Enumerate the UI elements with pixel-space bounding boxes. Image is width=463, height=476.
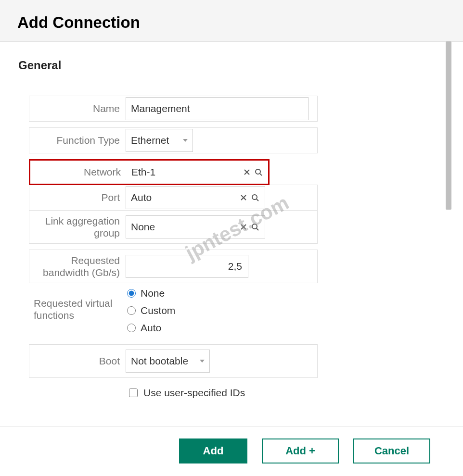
name-input[interactable] [126, 97, 309, 120]
search-icon[interactable] [249, 221, 261, 233]
function-type-select[interactable]: Ethernet [126, 129, 193, 152]
boot-select[interactable]: Not bootable [126, 350, 210, 373]
control-vf: None Custom Auto [125, 283, 318, 338]
bandwidth-input[interactable] [126, 255, 248, 278]
vf-radio-auto[interactable]: Auto [127, 322, 175, 334]
label-bandwidth: Requested bandwidth (Gb/s) [29, 250, 126, 283]
row-name: Name [29, 96, 318, 122]
spacer [29, 243, 318, 250]
label-port: Port [29, 185, 126, 210]
svg-point-6 [252, 195, 257, 200]
add-plus-button[interactable]: Add + [262, 438, 339, 463]
row-lag: Link aggregation group None [29, 210, 318, 244]
content-area: General Name Function Type Ethernet Netw… [0, 42, 463, 399]
spacer [29, 121, 318, 128]
vf-radio-group: None Custom Auto [125, 283, 175, 338]
lag-value: None [131, 221, 238, 233]
row-bandwidth: Requested bandwidth (Gb/s) [29, 250, 318, 283]
vf-radio-custom-label: Custom [141, 305, 175, 316]
clear-icon[interactable] [238, 192, 249, 203]
row-boot: Boot Not bootable [29, 344, 318, 378]
clear-icon[interactable] [241, 166, 253, 178]
vf-radio-custom-input[interactable] [127, 306, 136, 315]
row-network: Network Eth-1 [29, 159, 270, 185]
port-value: Auto [131, 192, 238, 203]
clear-icon[interactable] [238, 221, 249, 233]
vf-radio-none[interactable]: None [127, 288, 175, 299]
vf-radio-auto-label: Auto [141, 322, 161, 334]
label-lag: Link aggregation group [29, 211, 126, 243]
network-value: Eth-1 [131, 166, 241, 178]
svg-line-11 [257, 228, 258, 230]
label-bandwidth-line2: bandwidth (Gb/s) [43, 266, 120, 278]
label-vf: Requested virtual functions [29, 283, 125, 321]
label-name: Name [29, 96, 126, 121]
label-vf-line2: functions [34, 309, 74, 321]
port-lookup[interactable]: Auto [126, 186, 265, 209]
vf-radio-custom[interactable]: Custom [127, 305, 175, 316]
vf-radio-none-input[interactable] [127, 289, 136, 298]
label-bandwidth-line1: Requested [71, 254, 120, 266]
control-network: Eth-1 [127, 161, 268, 184]
boot-value: Not bootable [131, 355, 188, 367]
chevron-down-icon [200, 360, 205, 363]
chevron-down-icon [183, 139, 188, 142]
label-boot: Boot [29, 345, 126, 377]
row-function-type: Function Type Ethernet [29, 127, 318, 153]
lag-lookup[interactable]: None [126, 215, 265, 238]
dialog-title: Add Connection [17, 13, 446, 32]
scrollbar[interactable] [446, 41, 451, 210]
control-port: Auto [126, 185, 317, 210]
control-function-type: Ethernet [126, 128, 317, 153]
use-ids-label: Use user-specified IDs [143, 387, 245, 399]
label-vf-line1: Requested virtual [34, 297, 112, 309]
dialog-header: Add Connection [0, 0, 463, 42]
svg-line-7 [257, 199, 258, 201]
network-lookup[interactable]: Eth-1 [127, 162, 268, 183]
footer-divider [0, 426, 463, 426]
vf-radio-none-label: None [141, 288, 165, 299]
control-bandwidth [126, 250, 317, 283]
add-button[interactable]: Add [179, 438, 247, 463]
section-title: General [0, 44, 463, 81]
svg-line-3 [260, 174, 262, 175]
label-function-type: Function Type [29, 128, 126, 153]
vf-radio-auto-input[interactable] [127, 324, 136, 332]
cancel-button[interactable]: Cancel [353, 438, 430, 463]
row-vf: Requested virtual functions None Custom [29, 283, 318, 338]
form-area: Name Function Type Ethernet Network Eth-… [0, 81, 463, 399]
label-network: Network [30, 161, 127, 184]
row-port: Port Auto [29, 185, 318, 211]
svg-point-2 [256, 169, 260, 174]
search-icon[interactable] [249, 192, 261, 203]
footer: Add Add + Cancel [179, 438, 430, 463]
use-ids-checkbox-row[interactable]: Use user-specified IDs [129, 387, 463, 399]
search-icon[interactable] [253, 166, 264, 178]
control-lag: None [126, 211, 317, 243]
function-type-value: Ethernet [131, 135, 169, 146]
control-name [126, 96, 317, 121]
control-boot: Not bootable [126, 345, 317, 377]
label-lag-line2: group [94, 227, 120, 239]
use-ids-checkbox[interactable] [129, 388, 138, 397]
svg-point-10 [252, 224, 257, 229]
spacer [29, 338, 318, 345]
spacer [29, 153, 318, 160]
label-lag-line1: Link aggregation [45, 215, 120, 227]
